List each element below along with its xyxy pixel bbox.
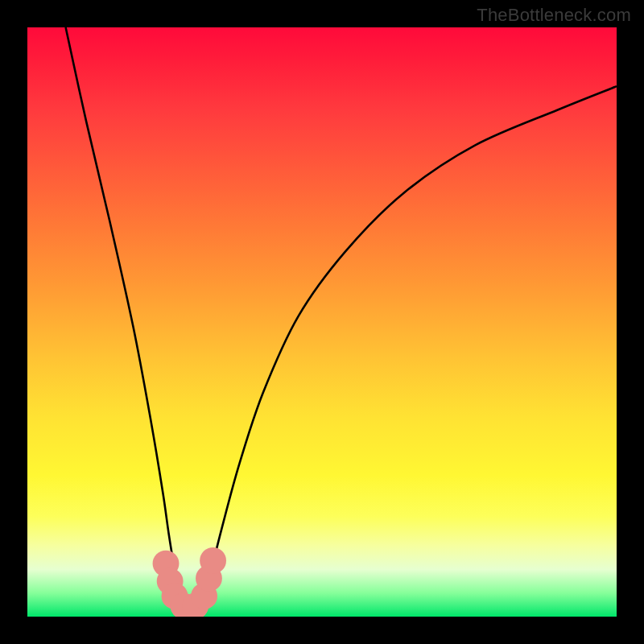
chart-frame: TheBottleneck.com bbox=[0, 0, 644, 644]
plot-area bbox=[27, 27, 617, 617]
curve-layer bbox=[27, 27, 617, 617]
curve-marker bbox=[200, 547, 226, 574]
bottleneck-curve bbox=[66, 27, 617, 612]
curve-markers bbox=[153, 547, 226, 617]
watermark-text: TheBottleneck.com bbox=[477, 5, 631, 26]
bottleneck-curve-path bbox=[66, 27, 617, 612]
